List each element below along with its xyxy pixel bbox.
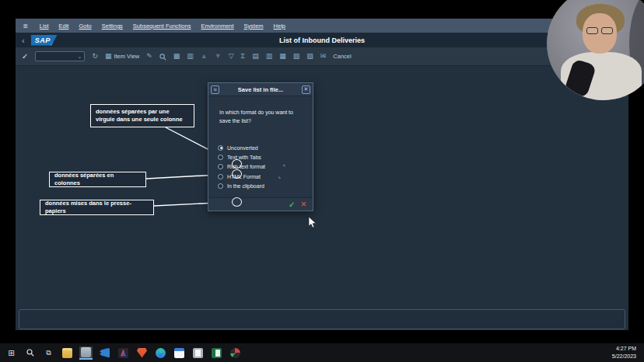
word-processing-icon[interactable]: ▧ <box>293 53 300 60</box>
dialog-question: In which format do you want to save the … <box>219 109 297 126</box>
corner-mark-top: ⌝ <box>282 164 285 171</box>
command-field[interactable]: ⌄ <box>35 51 85 61</box>
screen: ≡ List Edit Goto Settings Subsequent Fun… <box>0 0 644 362</box>
radio-button[interactable] <box>218 155 223 160</box>
ring-unconverted <box>232 159 242 169</box>
local-file-icon[interactable]: ▨ <box>306 53 313 60</box>
radio-unconverted[interactable]: Unconverted <box>218 143 265 152</box>
save-list-dialog: ≡ Save list in file... ✕ In which format… <box>208 82 313 211</box>
notes-app-icon[interactable] <box>191 346 205 360</box>
radio-button[interactable] <box>218 183 223 189</box>
radio-group: Unconverted Text with Tabs Rich text for… <box>218 143 265 191</box>
annotation-clipboard: données mises dans le presse-papiers <box>40 200 154 215</box>
radio-button[interactable] <box>218 145 223 151</box>
menu-settings[interactable]: Settings <box>102 23 123 30</box>
taskbar-clock[interactable]: 4:27 PM 5/22/2023 <box>612 345 639 361</box>
menu-environment[interactable]: Environment <box>201 23 233 30</box>
hamburger-menu-icon[interactable]: ≡ <box>23 22 28 30</box>
spreadsheet-icon[interactable]: ▦ <box>279 53 286 60</box>
ring-clipboard <box>232 197 242 207</box>
radio-button[interactable] <box>218 164 223 169</box>
start-icon[interactable]: ⊞ <box>5 346 18 360</box>
application-toolbar: ✓ ⌄ ↻ ▦ Item View ✎ ▩ ▥ ▲ ▼ ▽ Σ ▤ ▥ ▦ ▧ … <box>16 47 628 66</box>
menu-goto[interactable]: Goto <box>79 23 91 30</box>
sap-logo: SAP <box>31 35 58 46</box>
task-view-icon[interactable]: ⧉ <box>42 346 55 360</box>
annotation-text-with-tabs: données séparées en colonnes <box>49 172 146 187</box>
zoom-icon[interactable] <box>159 50 166 64</box>
refresh-icon[interactable]: ↻ <box>92 53 98 60</box>
search-icon[interactable] <box>23 346 37 360</box>
filter-icon[interactable]: ▽ <box>229 53 234 60</box>
sort-descending-icon[interactable]: ▼ <box>215 53 222 60</box>
edit-pencil-icon[interactable]: ✎ <box>146 53 152 60</box>
sum-icon[interactable]: Σ <box>241 53 246 60</box>
dialog-footer: ✓ ✕ <box>208 197 313 211</box>
mail-icon[interactable]: ✉ <box>320 53 327 60</box>
item-view-icon: ▦ <box>105 53 112 60</box>
item-view-label: Item View <box>114 53 139 60</box>
radio-text-with-tabs[interactable]: Text with Tabs <box>218 152 265 162</box>
dialog-confirm-icon[interactable]: ✓ <box>289 200 295 209</box>
person-glasses-left <box>586 27 598 34</box>
edge-icon[interactable] <box>154 346 167 360</box>
dialog-menu-icon[interactable]: ≡ <box>211 85 219 94</box>
menu-edit[interactable]: Edit <box>59 23 69 30</box>
file-explorer-icon[interactable] <box>61 346 74 360</box>
title-bar: ‹ SAP List of Inbound Deliveries <box>16 33 628 47</box>
clock-time: 4:27 PM <box>612 345 636 353</box>
windows-taskbar: ⊞ ⧉ 4:27 PM 5/22/2023 <box>0 343 644 362</box>
dialog-title: Save list in file... <box>219 86 302 93</box>
print-icon[interactable]: ▤ <box>252 53 259 60</box>
back-icon[interactable]: ‹ <box>22 36 25 45</box>
sort-ascending-icon[interactable]: ▲ <box>201 53 208 60</box>
mouse-cursor <box>308 217 317 228</box>
menu-help[interactable]: Help <box>274 23 285 30</box>
excel-icon[interactable] <box>210 346 223 360</box>
radio-clipboard[interactable]: In the clipboard <box>218 182 265 191</box>
continue-check-icon[interactable]: ✓ <box>22 52 28 61</box>
page-title: List of Inbound Deliveries <box>16 37 628 44</box>
app-window-icon[interactable] <box>173 346 186 360</box>
menu-bar: ≡ List Edit Goto Settings Subsequent Fun… <box>16 19 628 33</box>
vscode-icon[interactable] <box>98 346 111 360</box>
layout-icon[interactable]: ▥ <box>187 53 194 60</box>
menu-list[interactable]: List <box>40 23 49 30</box>
clock-date: 5/22/2023 <box>612 353 636 361</box>
media-app-icon[interactable] <box>117 346 130 360</box>
person-glasses-right <box>601 27 613 34</box>
annotation-unconverted: données séparées par une virgule dans un… <box>90 104 194 127</box>
dialog-close-icon[interactable]: ✕ <box>302 85 310 94</box>
ring-text-with-tabs <box>232 169 242 179</box>
radio-button[interactable] <box>218 174 223 179</box>
chevron-down-icon: ⌄ <box>78 54 82 60</box>
item-view-button[interactable]: ▦ Item View <box>105 53 139 60</box>
menu-system[interactable]: System <box>244 23 264 30</box>
dialog-cancel-icon[interactable]: ✕ <box>300 200 306 208</box>
status-bar <box>19 309 625 329</box>
recorder-icon[interactable] <box>229 346 242 360</box>
menu-subsequent-functions[interactable]: Subsequent Functions <box>133 23 191 30</box>
dialog-title-bar[interactable]: ≡ Save list in file... ✕ <box>208 83 313 96</box>
brave-icon[interactable] <box>135 346 149 360</box>
sap-logon-icon-active[interactable] <box>79 346 93 360</box>
export-list-icon[interactable]: ▥ <box>266 53 273 60</box>
choose-detail-icon[interactable]: ▩ <box>173 53 180 60</box>
corner-mark-bottom: ⌞ <box>278 172 282 179</box>
cancel-button[interactable]: Cancel <box>333 53 351 60</box>
